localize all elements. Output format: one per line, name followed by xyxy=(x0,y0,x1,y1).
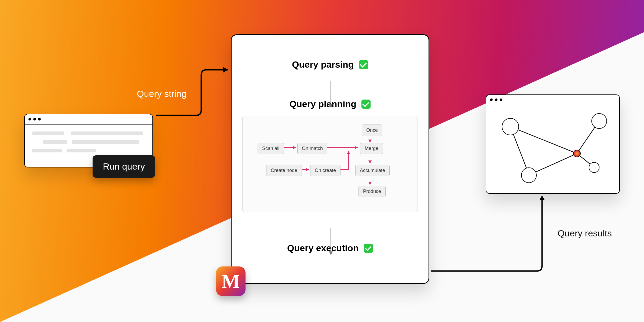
check-icon xyxy=(361,100,371,109)
window-titlebar xyxy=(486,95,619,105)
svg-line-8 xyxy=(510,127,577,153)
stage-planning-label: Query planning xyxy=(290,99,356,109)
run-query-button[interactable]: Run query xyxy=(93,155,155,178)
plan-node-scan-all: Scan all xyxy=(258,143,284,154)
window-dot-icon xyxy=(500,98,502,101)
plan-edges xyxy=(243,116,418,212)
query-plan-diagram: Scan all On match Create node On create … xyxy=(242,116,418,212)
memgraph-logo-icon: M xyxy=(216,266,246,296)
arrow-main-to-results xyxy=(429,193,553,274)
window-dot-icon xyxy=(33,118,36,120)
results-window xyxy=(486,94,620,194)
plan-node-once: Once xyxy=(362,125,382,136)
plan-node-produce: Produce xyxy=(358,186,386,197)
window-dot-icon xyxy=(38,118,41,120)
window-dot-icon xyxy=(490,98,493,101)
window-dot-icon xyxy=(28,118,31,120)
graph-node xyxy=(502,118,519,135)
stage-parsing: Query parsing xyxy=(232,59,429,70)
window-dot-icon xyxy=(495,98,497,101)
graph-node xyxy=(521,167,537,183)
plan-node-on-create: On create xyxy=(310,165,341,176)
stage-execution-label: Query execution xyxy=(287,243,358,253)
processing-window: Query parsing Query planning Scan all On… xyxy=(231,34,429,284)
check-icon xyxy=(364,244,373,253)
arrow-input-to-main xyxy=(153,67,233,137)
window-titlebar xyxy=(25,114,152,125)
plan-node-on-match: On match xyxy=(297,143,327,154)
query-input-window: Run query xyxy=(24,114,153,167)
plan-node-accumulate: Accumulate xyxy=(355,165,390,176)
check-icon xyxy=(359,60,368,69)
graph-node-highlighted xyxy=(573,150,581,157)
svg-line-10 xyxy=(529,153,577,175)
graph-node xyxy=(589,162,599,173)
plan-node-merge: Merge xyxy=(360,143,383,154)
stage-parsing-label: Query parsing xyxy=(292,59,354,69)
query-results-label: Query results xyxy=(558,228,612,239)
graph-node xyxy=(591,113,607,129)
arrow-parsing-to-planning xyxy=(327,81,335,110)
graph-visualization xyxy=(486,105,619,193)
arrow-planning-to-execution xyxy=(327,228,335,258)
plan-node-create-node: Create node xyxy=(266,165,302,176)
